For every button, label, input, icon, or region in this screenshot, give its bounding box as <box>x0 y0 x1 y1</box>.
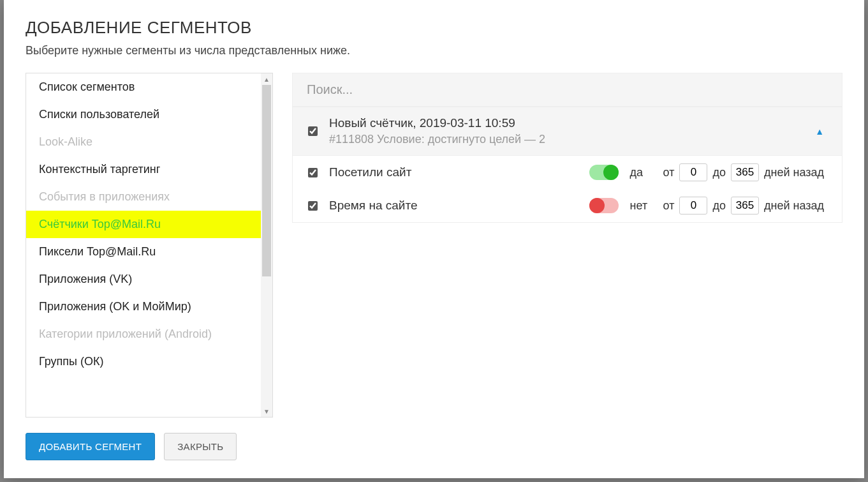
modal-subtitle: Выберите нужные сегменты из числа предст… <box>4 44 864 73</box>
condition-checkbox-time_on_site[interactable] <box>308 201 318 211</box>
range-from-input-visited[interactable] <box>679 163 707 181</box>
condition-row-visited: Посетили сайтдаотдодней назад <box>293 156 842 189</box>
modal-footer: ДОБАВИТЬ СЕГМЕНТ ЗАКРЫТЬ <box>4 418 864 478</box>
toggle-knob <box>603 165 619 180</box>
range-to-input-time_on_site[interactable] <box>731 197 759 215</box>
conditions-list: Посетили сайтдаотдодней назадВремя на са… <box>293 156 842 222</box>
counter-card-header[interactable]: Новый счётчик, 2019-03-11 10:59 #111808 … <box>293 107 842 156</box>
sidebar-item-1[interactable]: Списки пользователей <box>26 101 261 128</box>
modal-body: Список сегментовСписки пользователейLook… <box>4 73 864 418</box>
sidebar-item-6[interactable]: Пиксели Top@Mail.Ru <box>26 238 261 266</box>
segment-category-list: Список сегментовСписки пользователейLook… <box>26 73 261 417</box>
sidebar-item-5[interactable]: Счётчики Top@Mail.Ru <box>26 211 261 238</box>
condition-range-visited: отдодней назад <box>663 163 824 181</box>
range-to-input-visited[interactable] <box>731 163 759 181</box>
range-from-input-time_on_site[interactable] <box>679 197 707 215</box>
range-suffix: дней назад <box>764 166 824 179</box>
toggle-text-visited: да <box>630 166 652 179</box>
scroll-down-icon[interactable]: ▼ <box>261 405 272 417</box>
sidebar-item-2: Look-Alike <box>26 128 261 156</box>
sidebar-item-8[interactable]: Приложения (OK и МойМир) <box>26 293 261 320</box>
toggle-knob <box>589 198 605 213</box>
sidebar-item-3[interactable]: Контекстный таргетинг <box>26 156 261 183</box>
range-from-label: от <box>663 199 675 213</box>
segment-category-sidebar: Список сегментовСписки пользователейLook… <box>26 73 273 418</box>
condition-label-time_on_site: Время на сайте <box>329 199 578 213</box>
scroll-thumb[interactable] <box>262 85 271 276</box>
range-from-label: от <box>663 166 675 179</box>
segment-config-panel: Новый счётчик, 2019-03-11 10:59 #111808 … <box>292 73 842 418</box>
add-segment-button[interactable]: ДОБАВИТЬ СЕГМЕНТ <box>26 433 155 460</box>
counter-texts: Новый счётчик, 2019-03-11 10:59 #111808 … <box>329 116 804 146</box>
sidebar-item-4: События в приложениях <box>26 183 261 211</box>
scroll-up-icon[interactable]: ▲ <box>261 73 272 85</box>
collapse-up-icon[interactable]: ▲ <box>815 126 824 137</box>
sidebar-scrollbar[interactable]: ▲ ▼ <box>261 73 272 417</box>
range-suffix: дней назад <box>764 199 824 213</box>
search-wrap <box>292 73 842 107</box>
condition-toggle-time_on_site[interactable] <box>589 198 619 213</box>
counter-card: Новый счётчик, 2019-03-11 10:59 #111808 … <box>292 107 842 223</box>
condition-row-time_on_site: Время на сайтенетотдодней назад <box>293 189 842 222</box>
condition-label-visited: Посетили сайт <box>329 165 578 179</box>
search-input[interactable] <box>293 73 842 106</box>
sidebar-item-7[interactable]: Приложения (VK) <box>26 266 261 293</box>
condition-toggle-visited[interactable] <box>589 165 619 180</box>
counter-subtitle: #111808 Условие: достигнуто целей — 2 <box>329 133 804 146</box>
sidebar-item-9: Категории приложений (Android) <box>26 320 261 348</box>
sidebar-item-10[interactable]: Группы (ОК) <box>26 348 261 375</box>
counter-title: Новый счётчик, 2019-03-11 10:59 <box>329 116 804 130</box>
modal-title: ДОБАВЛЕНИЕ СЕГМЕНТОВ <box>26 18 842 38</box>
modal-header: ДОБАВЛЕНИЕ СЕГМЕНТОВ <box>4 0 864 44</box>
condition-range-time_on_site: отдодней назад <box>663 197 824 215</box>
range-to-label: до <box>712 199 726 213</box>
add-segments-modal: ДОБАВЛЕНИЕ СЕГМЕНТОВ Выберите нужные сег… <box>4 0 864 478</box>
close-button[interactable]: ЗАКРЫТЬ <box>164 433 237 460</box>
range-to-label: до <box>712 166 726 179</box>
condition-checkbox-visited[interactable] <box>308 168 318 177</box>
toggle-text-time_on_site: нет <box>630 199 652 213</box>
counter-checkbox[interactable] <box>308 126 318 136</box>
sidebar-item-0[interactable]: Список сегментов <box>26 73 261 101</box>
